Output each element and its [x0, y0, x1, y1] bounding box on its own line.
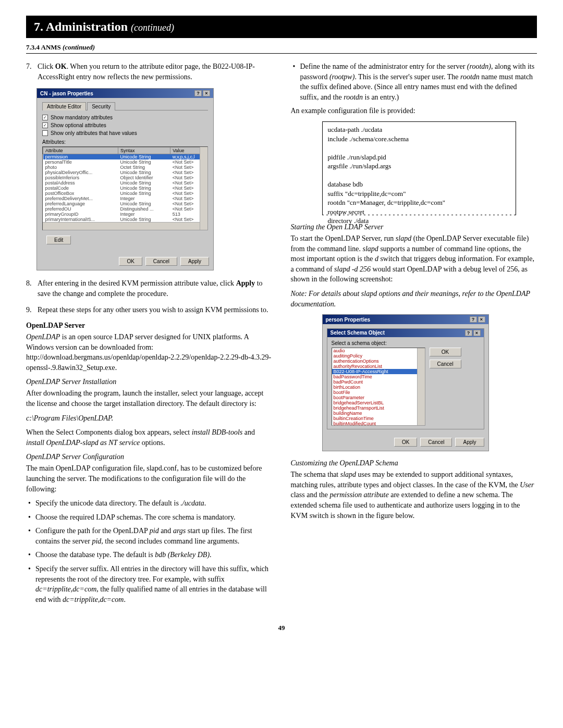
- note-text: Note: For details about slapd options an…: [291, 289, 537, 309]
- dialog-tabs: Attribute Editor Security: [42, 102, 208, 110]
- checkbox-row[interactable]: Show only attributes that have values: [42, 130, 208, 136]
- subsection-continued: (continued): [63, 43, 95, 51]
- help-icon[interactable]: ?: [194, 90, 202, 96]
- bullet-1: Specify the unicode data directory. The …: [26, 498, 273, 509]
- page-number: 49: [26, 624, 537, 632]
- config-line: rootpw secret: [328, 207, 511, 217]
- config-para: The main OpenLDAP configuration file, sl…: [26, 463, 273, 494]
- schema-cancel-button[interactable]: Cancel: [430, 360, 461, 368]
- config-line: rootdn "cn=Manager, dc=tripplite,dc=com": [328, 198, 511, 207]
- col-syntax[interactable]: Syntax: [118, 147, 170, 154]
- help-icon[interactable]: ?: [465, 330, 472, 336]
- list-item[interactable]: birthLocation: [332, 385, 425, 390]
- help-icon[interactable]: ?: [470, 316, 477, 323]
- list-item[interactable]: bridgeheadServerListBL: [332, 400, 425, 405]
- table-row[interactable]: photoOctet String<Not Set>: [43, 165, 207, 170]
- list-item[interactable]: authorityRevocationList: [332, 364, 425, 369]
- list-item[interactable]: authenticationOptions: [332, 359, 425, 364]
- table-row[interactable]: preferredDeliveryMet...Integer<Not Set>: [43, 196, 207, 201]
- bullet-3: Configure the path for the OpenLDAP pid …: [26, 526, 273, 546]
- tab-attribute-editor[interactable]: Attribute Editor: [42, 102, 86, 110]
- config-line: argsfile ./run/slapd.args: [328, 162, 511, 171]
- list-item[interactable]: audio: [332, 348, 425, 353]
- ok-button[interactable]: OK: [119, 257, 142, 266]
- cancel-button[interactable]: Cancel: [145, 257, 177, 266]
- close-icon[interactable]: ×: [203, 90, 210, 96]
- list-item[interactable]: bootParameter: [332, 395, 425, 400]
- customizing-heading: Customizing the OpenLDAP Schema: [291, 459, 537, 467]
- schema-outer-titlebar: person Properties ? ×: [323, 315, 488, 324]
- list-item[interactable]: badPwdCount: [332, 379, 425, 385]
- header-title: Administration: [46, 20, 128, 33]
- edit-button[interactable]: Edit: [46, 236, 71, 244]
- step-7: 7. Click OK. When you return to the attr…: [26, 61, 273, 82]
- table-row[interactable]: preferredOUDistinguished ...<Not Set>: [43, 206, 207, 212]
- table-row[interactable]: postOfficeBoxUnicode String<Not Set>: [43, 191, 207, 196]
- starting-para: To start the OpenLDAP Server, run slapd …: [291, 233, 537, 285]
- list-item[interactable]: bridgeheadTransportList: [332, 405, 425, 411]
- close-icon[interactable]: ×: [478, 316, 485, 323]
- scrollbar-vertical[interactable]: [417, 348, 425, 425]
- close-icon[interactable]: ×: [473, 330, 481, 336]
- table-row[interactable]: primaryInternationalIS...Unicode String<…: [43, 217, 207, 222]
- openldap-server-heading: OpenLDAP Server: [26, 322, 273, 330]
- list-item[interactable]: auditingPolicy: [332, 353, 425, 359]
- tab-security[interactable]: Security: [87, 102, 115, 110]
- rootdn-bullet-list: Define the name of the administrator ent…: [291, 61, 537, 102]
- bottom-ok-button[interactable]: OK: [394, 438, 417, 447]
- subsection-header: 7.3.4 ANMS (continued): [26, 43, 537, 54]
- config-line: database bdb: [328, 180, 511, 189]
- checkbox-label: Show only attributes that have values: [51, 130, 137, 136]
- config-line: [328, 171, 511, 180]
- table-row[interactable]: postalAddressUnicode String<Not Set>: [43, 180, 207, 186]
- bullet-5: Specify the server suffix. All entries i…: [26, 564, 273, 604]
- step-9: 9. Repeat these steps for any other user…: [26, 305, 273, 315]
- outer-title: person Properties: [326, 317, 371, 323]
- list-item[interactable]: B022-U08-IP-AccessRight: [332, 369, 425, 374]
- schema-object-list[interactable]: audioauditingPolicyauthenticationOptions…: [332, 348, 425, 426]
- install-para2: When the Select Components dialog box ap…: [26, 427, 273, 448]
- checkbox-row[interactable]: ✓Show optional attributes: [42, 122, 208, 128]
- schema-dialog: person Properties ? × Select Schema Obje…: [322, 314, 489, 451]
- table-row[interactable]: primaryGroupIDInteger513: [43, 212, 207, 217]
- page-header: 7. Administration (continued): [26, 16, 537, 38]
- list-item[interactable]: badPasswordTime: [332, 374, 425, 379]
- table-row[interactable]: preferredLanguageUnicode String<Not Set>: [43, 201, 207, 206]
- list-item[interactable]: builtinCreationTime: [332, 416, 425, 421]
- scrollbar-vertical[interactable]: [200, 147, 207, 230]
- dialog-title: CN - jason Properties: [40, 91, 93, 96]
- dialog-titlebar: CN - jason Properties ? ×: [37, 89, 213, 98]
- bullet-2: Choose the required LDAP schemas. The co…: [26, 512, 273, 523]
- schema-label: Select a schema object:: [332, 340, 480, 346]
- config-line: suffix "dc=tripplite,dc=com": [328, 189, 511, 199]
- list-item[interactable]: buildingName: [332, 411, 425, 416]
- checkbox[interactable]: ✓: [42, 115, 48, 120]
- checkbox[interactable]: ✓: [42, 122, 48, 128]
- list-item[interactable]: builtinModifiedCount: [332, 421, 425, 426]
- apply-button[interactable]: Apply: [180, 257, 209, 266]
- table-row[interactable]: possibleInferiorsObject Identifier<Not S…: [43, 175, 207, 180]
- config-line: pidfile ./run/slapd.pid: [328, 153, 511, 162]
- subsection-number: 7.3.4: [26, 43, 40, 51]
- list-item[interactable]: bootFile: [332, 390, 425, 395]
- bottom-apply-button[interactable]: Apply: [455, 438, 484, 447]
- checkbox-label: Show mandatory attributes: [51, 115, 113, 120]
- schema-ok-button[interactable]: OK: [430, 348, 461, 356]
- checkbox[interactable]: [42, 130, 48, 136]
- table-row[interactable]: personalTitleUnicode String<Not Set>: [43, 159, 207, 165]
- openldap-para: OpenLDAP is an open source LDAP server d…: [26, 332, 273, 373]
- config-bullets: Specify the unicode data directory. The …: [26, 498, 273, 604]
- table-row[interactable]: physicalDeliveryOffic...Unicode String<N…: [43, 170, 207, 175]
- config-line: ucdata-path ./ucdata: [328, 125, 511, 134]
- install-heading: OpenLDAP Server Installation: [26, 378, 273, 386]
- scrollbar-horizontal[interactable]: [43, 222, 207, 230]
- bottom-cancel-button[interactable]: Cancel: [420, 438, 452, 447]
- table-row[interactable]: permissionUnicode Stringw,v,p,s,j,c,l: [43, 154, 207, 160]
- rootdn-bullet: Define the name of the administrator ent…: [291, 61, 537, 102]
- example-intro: An example configuration file is provide…: [291, 106, 537, 116]
- col-attribute[interactable]: Attribute: [43, 147, 118, 154]
- table-row[interactable]: postalCodeUnicode String<Not Set>: [43, 186, 207, 191]
- checkbox-row[interactable]: ✓Show mandatory attributes: [42, 115, 208, 120]
- bullet-4: Choose the database type. The default is…: [26, 550, 273, 560]
- left-column: 7. Click OK. When you return to the attr…: [26, 61, 273, 608]
